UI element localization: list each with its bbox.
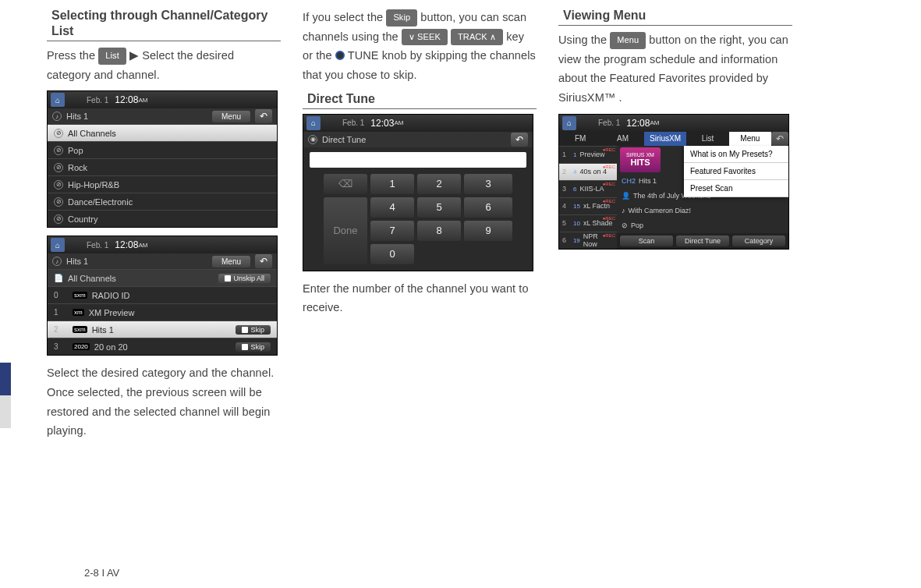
channel-input[interactable] bbox=[310, 152, 526, 168]
title-bar: ◉ Direct Tune ↶ bbox=[303, 132, 533, 147]
preset-list: 11Preview●REC2440s on 4●REC36KIIS-LA●REC… bbox=[559, 146, 617, 249]
category-row[interactable]: ⊘Hip-Hop/R&B bbox=[48, 175, 277, 193]
page-footer: 2-8 I AV bbox=[84, 567, 119, 579]
back-icon[interactable]: ↶ bbox=[255, 109, 272, 123]
status-bar: ⌂ Feb. 1 12:08 AM bbox=[48, 236, 277, 253]
category-row[interactable]: ⊘Country bbox=[48, 210, 277, 227]
channel-row[interactable]: 2sxmHits 1Skip bbox=[48, 321, 277, 338]
skip-button[interactable]: Skip bbox=[236, 342, 271, 352]
category-row[interactable]: ⊘Pop bbox=[48, 141, 277, 158]
preset-channel-num: 10 bbox=[573, 220, 580, 227]
key-0[interactable]: 0 bbox=[370, 244, 414, 264]
category-label: Rock bbox=[68, 163, 87, 172]
skip-button[interactable]: Skip bbox=[236, 325, 271, 335]
category-row[interactable]: ⊘All Channels bbox=[48, 124, 277, 141]
key-4[interactable]: 4 bbox=[370, 197, 414, 218]
preset-name: 40s on 4 bbox=[579, 168, 607, 175]
channel-number: 1 bbox=[54, 308, 68, 317]
time: 12:08 bbox=[115, 94, 138, 105]
preset-row[interactable]: 415xL Factn●REC bbox=[559, 197, 617, 214]
preset-row[interactable]: 619NPR Now●REC bbox=[559, 232, 617, 249]
back-icon[interactable]: ↶ bbox=[511, 133, 528, 147]
heading-direct-tune: Direct Tune bbox=[303, 91, 537, 109]
preset-row[interactable]: 11Preview●REC bbox=[559, 146, 617, 163]
channel-row[interactable]: 3202020 on 20Skip bbox=[48, 338, 277, 355]
key-7[interactable]: 7 bbox=[370, 221, 414, 241]
category-label: Pop bbox=[68, 146, 83, 155]
date: Feb. 1 bbox=[87, 241, 108, 250]
unskip-all-button[interactable]: Unskip All bbox=[218, 274, 271, 283]
back-icon[interactable]: ↶ bbox=[771, 132, 788, 146]
home-icon[interactable]: ⌂ bbox=[562, 116, 576, 130]
channel-row[interactable]: 1xmXM Preview bbox=[48, 303, 277, 321]
column-2: If you select the Skip button, you can s… bbox=[303, 8, 537, 447]
key-2[interactable]: 2 bbox=[417, 174, 461, 194]
info-icon: ⊘ bbox=[622, 221, 628, 229]
screenshot-menu-popup: ⌂ Feb. 1 12:08 AM FM AM SiriusXM List Me… bbox=[558, 114, 789, 250]
heading-viewing-menu: Viewing Menu bbox=[558, 8, 792, 26]
key-3[interactable]: 3 bbox=[464, 174, 512, 194]
rec-icon: ●REC bbox=[603, 216, 615, 221]
logo-top: SIRIUS XM bbox=[626, 152, 654, 158]
key-9[interactable]: 9 bbox=[464, 221, 512, 241]
tab-menu[interactable]: Menu bbox=[729, 132, 771, 146]
key-done[interactable]: Done bbox=[324, 197, 367, 264]
channel-logo-icon: 2020 bbox=[73, 343, 90, 350]
rec-icon: ●REC bbox=[603, 147, 615, 152]
note-icon: ♪ bbox=[52, 257, 62, 266]
category-button[interactable]: Category bbox=[732, 236, 785, 246]
home-icon[interactable]: ⌂ bbox=[306, 116, 321, 130]
key-6[interactable]: 6 bbox=[464, 197, 512, 218]
menu-button[interactable]: Menu bbox=[212, 111, 250, 122]
menu-item[interactable]: Featured Favorites bbox=[684, 163, 788, 180]
menu-popup: What is on My Presets?Featured Favorites… bbox=[684, 146, 788, 197]
back-icon[interactable]: ↶ bbox=[255, 254, 272, 268]
tab-list[interactable]: List bbox=[686, 132, 728, 146]
category-row[interactable]: ⊘Rock bbox=[48, 158, 277, 175]
key-8[interactable]: 8 bbox=[417, 221, 461, 241]
direct-tune-button[interactable]: Direct Tune bbox=[676, 236, 729, 246]
category-row[interactable]: ⊘Dance/Electronic bbox=[48, 193, 277, 210]
scan-button[interactable]: Scan bbox=[620, 236, 673, 246]
category-label: Country bbox=[68, 214, 98, 224]
home-icon[interactable]: ⌂ bbox=[51, 93, 65, 107]
text: Using the bbox=[558, 34, 610, 46]
channel-row[interactable]: 0sxmRADIO ID bbox=[48, 286, 277, 303]
current-channel: Hits 1 bbox=[66, 112, 207, 121]
tab-fm[interactable]: FM bbox=[559, 132, 601, 146]
section-tab bbox=[0, 395, 11, 428]
preset-row[interactable]: 2440s on 4●REC bbox=[559, 163, 617, 180]
info-text: Pop bbox=[631, 221, 643, 229]
home-icon[interactable]: ⌂ bbox=[51, 238, 65, 252]
status-bar: ⌂ Feb. 1 12:08 AM bbox=[48, 91, 277, 108]
key-5[interactable]: 5 bbox=[417, 197, 461, 218]
info-text: With Cameron Diaz! bbox=[629, 207, 692, 214]
channel-tag: CH2 bbox=[622, 177, 636, 185]
rec-icon: ●REC bbox=[603, 233, 615, 238]
preset-row[interactable]: 510xL Shade●REC bbox=[559, 214, 617, 232]
key-delete[interactable]: ⌫ bbox=[324, 174, 367, 194]
logo-bottom: HITS bbox=[630, 158, 650, 167]
preset-name: KIIS-LA bbox=[579, 185, 604, 193]
preset-slot: 6 bbox=[562, 236, 570, 244]
title-bar: ♪ Hits 1 Menu ↶ bbox=[48, 253, 277, 269]
tab-am[interactable]: AM bbox=[601, 132, 643, 146]
preset-row[interactable]: 36KIIS-LA●REC bbox=[559, 180, 617, 197]
menu-button-label: Menu bbox=[610, 32, 646, 49]
bottom-buttons: Scan Direct Tune Category bbox=[617, 233, 788, 249]
menu-button[interactable]: Menu bbox=[212, 256, 250, 267]
menu-item[interactable]: What is on My Presets? bbox=[684, 146, 788, 163]
source-tabs: FM AM SiriusXM List Menu ↶ bbox=[559, 132, 788, 146]
list-button-label: List bbox=[98, 48, 126, 65]
channel-logo: SIRIUS XM HITS bbox=[620, 147, 661, 172]
category-icon: ⊘ bbox=[54, 214, 63, 224]
info-text: Hits 1 bbox=[639, 177, 657, 185]
key-1[interactable]: 1 bbox=[370, 174, 414, 194]
category-label: All Channels bbox=[68, 129, 116, 138]
tab-siriusxm[interactable]: SiriusXM bbox=[644, 132, 686, 146]
channel-number: 0 bbox=[54, 291, 68, 299]
preset-channel-num: 15 bbox=[573, 203, 580, 210]
para-skip-scan: If you select the Skip button, you can s… bbox=[303, 8, 537, 85]
menu-item[interactable]: Preset Scan bbox=[684, 180, 788, 197]
channel-name: XM Preview bbox=[89, 308, 135, 317]
